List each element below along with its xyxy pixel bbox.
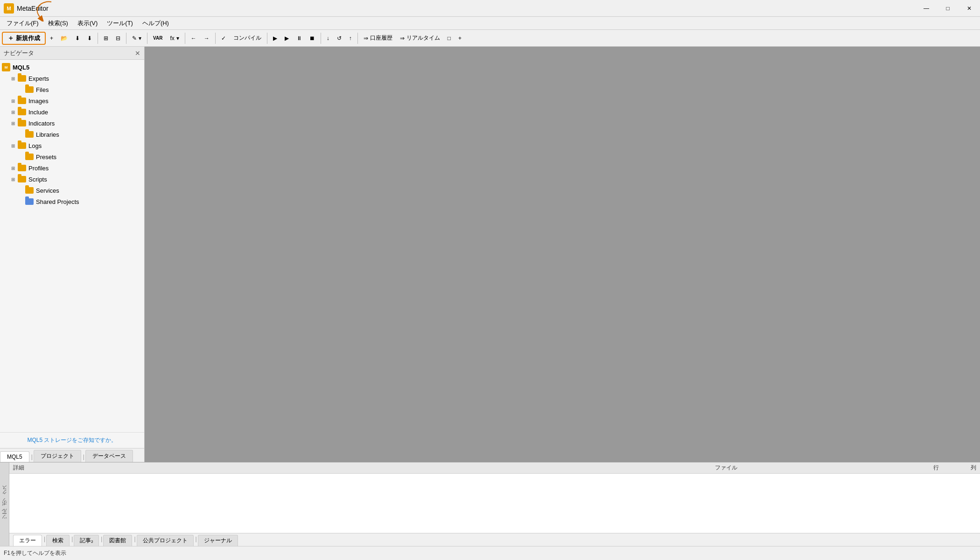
bottom-tab-journal[interactable]: ジャーナル [198,535,238,546]
grid-icon: ⊞ [104,35,108,42]
status-text: F1を押してヘルプを表示 [4,549,66,557]
tree-item-services[interactable]: Services [0,185,144,196]
nav-tab-mql5[interactable]: MQL5 [0,451,29,462]
fx-icon: fx [170,35,174,42]
play-button[interactable]: ▶ [270,32,280,45]
folder-profiles-icon [18,165,26,171]
compile-button[interactable]: コンパイル [230,32,265,45]
tree-item-images[interactable]: ⊞ Images [0,95,144,106]
expand-experts-icon: ⊞ [9,75,17,82]
step-up-button[interactable]: ↑ [346,32,355,45]
plus-icon: + [50,35,53,42]
status-bar: F1を押してヘルプを表示 [0,546,980,560]
bottom-tab-error[interactable]: エラー [13,535,42,546]
folder-indicators-icon [18,120,26,126]
var-button[interactable]: VAR [150,32,166,45]
tree-item-experts[interactable]: ⊞ Experts [0,73,144,84]
menu-help[interactable]: ヘルプ(H) [138,18,174,28]
window-controls[interactable]: — □ ✕ [916,0,980,17]
tree-item-profiles[interactable]: ⊞ Profiles [0,162,144,174]
check-button[interactable]: ✓ [218,32,229,45]
title-bar: M MetaEditor — □ ✕ [0,0,980,17]
var-icon: VAR [153,35,162,41]
menu-tools[interactable]: ツール(T) [102,18,138,28]
storage-link-text: MQL5 ストレージをご存知ですか。 [27,437,117,443]
rect-button[interactable]: □ [444,32,454,45]
download2-button[interactable]: ⬇ [84,32,95,45]
forward-button[interactable]: → [201,32,213,45]
step-down-button[interactable]: ↓ [323,32,333,45]
pause-button[interactable]: ⏸ [293,32,305,45]
close-button[interactable]: ✕ [959,0,980,17]
col-col: 列 [939,464,976,472]
separator-2 [126,33,126,44]
refresh-button[interactable]: ↺ [334,32,345,45]
bottom-tab-library[interactable]: 図書館 [103,535,132,546]
folder-shared-icon [25,198,34,205]
tree-item-shared-projects[interactable]: Shared Projects [0,196,144,207]
tree-item-include[interactable]: ⊞ Include [0,106,144,118]
separator-7 [321,33,321,44]
nav-tab-sep1: | [30,452,34,462]
tree-item-presets[interactable]: Presets [0,151,144,162]
fx-button[interactable]: fx ▾ [167,32,182,45]
tree-item-scripts[interactable]: ⊞ Scripts [0,174,144,185]
navigator-tabs: MQL5 | プロジェクト | データベース [0,448,144,462]
folder-presets-icon [25,154,34,160]
edit-button[interactable]: ✎ ▾ [129,32,145,45]
bottom-tab-public-project[interactable]: 公共プロジェクト [137,535,194,546]
folder-images-icon [18,98,26,104]
back-button[interactable]: ← [188,32,200,45]
app-icon: M [4,3,14,14]
menu-view[interactable]: 表示(V) [73,18,102,28]
play-icon: ▶ [273,35,277,42]
bottom-tab-sep3: | [100,532,103,546]
folder-logs-icon [18,142,26,149]
new-plus-icon: ＋ [7,34,14,42]
bottom-tab-search[interactable]: 検索 [46,535,70,546]
navigator-panel: ナビゲータ ✕ M MQL5 ⊞ Experts [0,47,145,462]
images-label: Images [28,98,49,105]
bottom-tab-article[interactable]: 記事₂ [74,535,99,546]
grid-button[interactable]: ⊞ [100,32,112,45]
account-history-button[interactable]: ⇒ 口座履歴 [360,32,396,45]
navigator-close-button[interactable]: ✕ [135,49,140,57]
add-button[interactable]: + [47,32,56,45]
folder-libraries-icon [25,131,34,138]
expand-presets-icon [17,153,24,161]
menu-search[interactable]: 検索(S) [43,18,73,28]
play2-button[interactable]: ▶ [281,32,292,45]
folder-files-icon [25,86,34,93]
bottom-panel-content: ツールボックス 詳細 ファイル 行 列 エラー | 検索 | 記事₂ | [0,462,980,546]
tree-item-logs[interactable]: ⊞ Logs [0,140,144,151]
minimize-button[interactable]: — [916,0,937,17]
separator-5 [215,33,216,44]
storage-link[interactable]: MQL5 ストレージをご存知ですか。 [0,432,144,448]
more-button[interactable]: + [455,32,465,45]
separator-8 [357,33,358,44]
profiles-label: Profiles [28,165,49,172]
menu-bar: ファイル(F) 検索(S) 表示(V) ツール(T) ヘルプ(H) [0,17,980,30]
grid2-icon: ⊟ [116,35,120,42]
grid2-button[interactable]: ⊟ [112,32,124,45]
folder-open-icon: 📂 [61,35,68,42]
download-button[interactable]: ⬇ [72,32,83,45]
tree-item-libraries[interactable]: Libraries [0,129,144,140]
forward-arrow-icon: → [204,35,210,42]
tree-item-files[interactable]: Files [0,84,144,95]
stop-button[interactable]: ⏹ [306,32,318,45]
nav-tab-project[interactable]: プロジェクト [34,450,81,462]
maximize-button[interactable]: □ [937,0,959,17]
new-label: 新規作成 [16,34,40,42]
open-folder-button[interactable]: 📂 [57,32,71,45]
indicators-label: Indicators [28,120,55,127]
tree-item-mql5[interactable]: M MQL5 [0,62,144,73]
new-button[interactable]: ＋ ＋ 新規作成 新規作成 [2,32,46,45]
nav-tab-database[interactable]: データベース [85,450,133,462]
pause-icon: ⏸ [296,35,302,42]
realtime-button[interactable]: ⇒ リアルタイム [397,32,443,45]
navigator-header: ナビゲータ ✕ [0,47,144,60]
menu-file[interactable]: ファイル(F) [2,18,43,28]
tree-item-indicators[interactable]: ⊞ Indicators [0,118,144,129]
step-down-icon: ↓ [327,35,329,42]
